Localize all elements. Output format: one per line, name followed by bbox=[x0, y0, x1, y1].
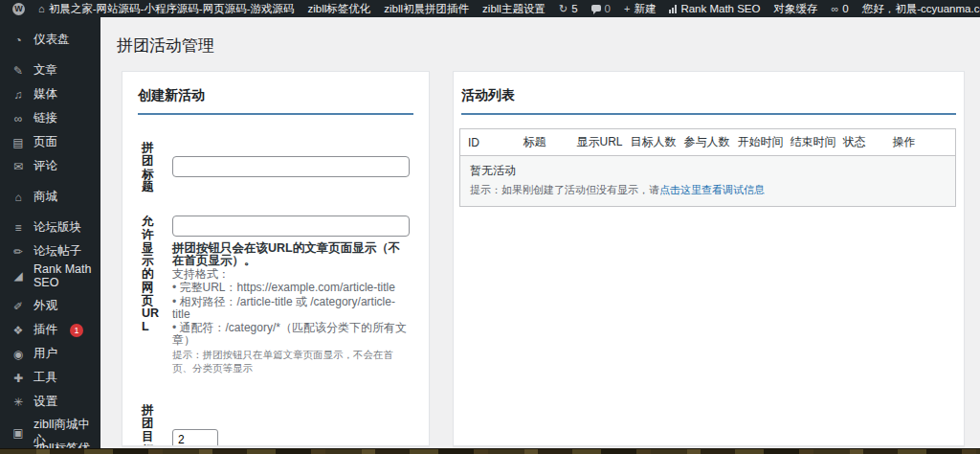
col-join-count: 参与人数 bbox=[677, 129, 730, 156]
sidebar-item-settings[interactable]: ✳ 设置 bbox=[0, 390, 100, 414]
rank-math-label: Rank Math SEO bbox=[680, 3, 760, 14]
activity-title-input[interactable] bbox=[172, 156, 410, 177]
dashboard-icon: ◔ bbox=[11, 34, 25, 47]
sidebar-item-forum-posts[interactable]: ✏ 论坛帖子 bbox=[0, 239, 100, 263]
main-region: ◔ 仪表盘 ✎ 文章 ♫ 媒体 ∞ 链接 ▤ 页面 ✉ 评论 bbox=[0, 17, 980, 448]
sidebar-item-users[interactable]: ◉ 用户 bbox=[0, 342, 100, 366]
comments-icon: ✉ bbox=[11, 160, 25, 173]
settings-icon: ✳ bbox=[11, 396, 25, 409]
rank-math-toolbar-menu[interactable]: Rank Math SEO bbox=[662, 0, 767, 17]
sidebar-item-pages[interactable]: ▤ 页面 bbox=[0, 130, 100, 154]
home-icon: ⌂ bbox=[38, 4, 45, 14]
updates-indicator[interactable]: ↻ 5 bbox=[552, 0, 585, 17]
sidebar-item-label: 工具 bbox=[33, 370, 57, 386]
debug-info-link[interactable]: 点击这里查看调试信息 bbox=[659, 184, 765, 195]
sidebar-item-label: 仪表盘 bbox=[33, 32, 70, 48]
target-count-input[interactable] bbox=[172, 429, 218, 446]
posts-icon: ✎ bbox=[11, 64, 25, 78]
updates-count: 5 bbox=[571, 3, 577, 14]
sidebar-item-dashboard[interactable]: ◔ 仪表盘 bbox=[0, 28, 100, 52]
forum-sections-icon: ≡ bbox=[11, 221, 25, 235]
site-name-link[interactable]: ⌂ 初晨之家-网站源码-小程序源码-网页源码-游戏源码 bbox=[32, 0, 301, 17]
store-icon: ⌂ bbox=[11, 191, 25, 204]
sidebar-item-plugins[interactable]: ❖ 插件 1 bbox=[0, 318, 100, 342]
url-desc-hint: 提示：拼团按钮只在单篇文章页面显示，不会在首页、分类页等显示 bbox=[172, 349, 412, 375]
links-icon: ∞ bbox=[11, 112, 25, 125]
target-field-label: 拼团目标人数 bbox=[142, 404, 165, 446]
url-desc-bullet-relative: • 相对路径：/article-title 或 /category/articl… bbox=[172, 296, 412, 321]
form-row-url: 允许显示的网页URL 拼团按钮只会在该URL的文章页面显示（不在首页显示）。 支… bbox=[142, 216, 412, 375]
new-content-button[interactable]: + 新建 bbox=[617, 0, 662, 17]
empty-state-row: 暂无活动 提示：如果刚创建了活动但没有显示，请点击这里查看调试信息 bbox=[460, 156, 956, 207]
rank-math-icon: ◢ bbox=[11, 269, 25, 283]
admin-bar: W ⌂ 初晨之家-网站源码-小程序源码-网页源码-游戏源码 zibll标签优化 … bbox=[0, 0, 980, 17]
create-panel-heading: 创建新活动 bbox=[122, 72, 429, 113]
sidebar-item-label: zibll标签优化 bbox=[33, 441, 100, 449]
url-desc-bullet-full: • 完整URL：https://example.com/article-titl… bbox=[172, 282, 412, 294]
link-icon: ∞ bbox=[831, 4, 838, 14]
sidebar-item-tools[interactable]: ✚ 工具 bbox=[0, 366, 100, 390]
admin-sidebar: ◔ 仪表盘 ✎ 文章 ♫ 媒体 ∞ 链接 ▤ 页面 ✉ 评论 bbox=[0, 17, 100, 448]
sidebar-item-forum-sections[interactable]: ≡ 论坛版块 bbox=[0, 216, 100, 239]
comments-indicator[interactable]: 0 bbox=[585, 0, 617, 17]
toolbar-zibll-groupbuy-link[interactable]: zibll初晨拼团插件 bbox=[377, 0, 476, 17]
links-count: 0 bbox=[842, 3, 848, 14]
wordpress-menu[interactable]: W bbox=[6, 0, 32, 17]
sidebar-item-label: 论坛版块 bbox=[33, 219, 81, 236]
sidebar-item-label: 评论 bbox=[33, 158, 57, 174]
sidebar-item-label: 文章 bbox=[33, 62, 57, 79]
sidebar-item-zibll-tags[interactable]: ✱ zibll标签优化 bbox=[0, 444, 100, 448]
desktop-wallpaper-strip bbox=[0, 448, 980, 454]
sidebar-item-links[interactable]: ∞ 链接 bbox=[0, 106, 100, 130]
col-title: 标题 bbox=[516, 129, 569, 156]
sidebar-item-store[interactable]: ⌂ 商城 bbox=[0, 185, 100, 209]
url-desc-bullet-wildcard: • 通配符：/category/*（匹配该分类下的所有文章） bbox=[172, 322, 412, 347]
sidebar-item-label: 设置 bbox=[33, 394, 57, 410]
sidebar-item-appearance[interactable]: ✐ 外观 bbox=[0, 294, 100, 318]
account-menu[interactable]: 您好，初晨-ccyuanma.com bbox=[856, 0, 980, 17]
plugins-update-badge: 1 bbox=[70, 324, 83, 337]
forum-posts-icon: ✏ bbox=[11, 245, 25, 259]
sidebar-item-media[interactable]: ♫ 媒体 bbox=[0, 82, 100, 106]
col-end-time: 结束时间 bbox=[783, 129, 835, 156]
col-status: 状态 bbox=[835, 129, 885, 156]
create-activity-form: 拼团标题 允许显示的网页URL 拼团按钮只会在该URL的文章页面显示（不在首页显… bbox=[122, 115, 429, 446]
page-title: 拼团活动管理 bbox=[117, 34, 965, 57]
links-indicator[interactable]: ∞ 0 bbox=[824, 0, 855, 17]
sidebar-item-label: 用户 bbox=[33, 346, 57, 362]
empty-state-title: 暂无活动 bbox=[470, 163, 946, 179]
list-panel-heading: 活动列表 bbox=[454, 72, 964, 113]
sidebar-item-label: 外观 bbox=[33, 298, 57, 314]
sidebar-item-label: 媒体 bbox=[33, 86, 57, 102]
col-target-count: 目标人数 bbox=[623, 129, 677, 156]
col-display-url: 显示URL bbox=[569, 129, 623, 156]
toolbar-zibll-theme-link[interactable]: zibll主题设置 bbox=[476, 0, 552, 17]
sidebar-item-label: 商城 bbox=[33, 189, 57, 205]
comments-count: 0 bbox=[605, 3, 611, 14]
sidebar-item-comments[interactable]: ✉ 评论 bbox=[0, 154, 100, 178]
sidebar-item-label: Rank Math SEO bbox=[33, 262, 100, 289]
sidebar-item-label: 链接 bbox=[33, 110, 57, 126]
chart-icon bbox=[669, 5, 677, 13]
wordpress-logo-icon: W bbox=[12, 3, 25, 15]
sidebar-item-posts[interactable]: ✎ 文章 bbox=[0, 58, 100, 82]
form-row-target: 拼团目标人数 bbox=[142, 404, 412, 446]
update-icon: ↻ bbox=[559, 4, 568, 14]
sidebar-item-rank-math[interactable]: ◢ Rank Math SEO bbox=[0, 263, 100, 287]
create-activity-panel: 创建新活动 拼团标题 允许显示的网页URL bbox=[122, 71, 430, 446]
url-field-label: 允许显示的网页URL bbox=[142, 216, 165, 375]
sidebar-item-label: 插件 bbox=[33, 322, 57, 338]
activity-table: ID 标题 显示URL 目标人数 参与人数 开始时间 结束时间 状态 操作 bbox=[459, 128, 956, 207]
url-desc-bold: 拼团按钮只会在该URL的文章页面显示（不在首页显示）。 bbox=[172, 242, 412, 267]
hint-text: 提示：如果刚创建了活动但没有显示，请 bbox=[470, 184, 659, 195]
toolbar-zibll-tags-link[interactable]: zibll标签优化 bbox=[301, 0, 377, 17]
users-icon: ◉ bbox=[11, 348, 25, 361]
allowed-url-input[interactable] bbox=[172, 216, 410, 237]
object-cache-menu[interactable]: 对象缓存 bbox=[767, 0, 824, 17]
zibll-store-icon: ▣ bbox=[11, 426, 25, 440]
tools-icon: ✚ bbox=[11, 372, 25, 385]
table-header-row: ID 标题 显示URL 目标人数 参与人数 开始时间 结束时间 状态 操作 bbox=[460, 129, 956, 156]
url-desc-support: 支持格式： bbox=[172, 268, 412, 281]
empty-state-hint: 提示：如果刚创建了活动但没有显示，请点击这里查看调试信息 bbox=[470, 183, 946, 197]
plugins-icon: ❖ bbox=[11, 324, 25, 337]
